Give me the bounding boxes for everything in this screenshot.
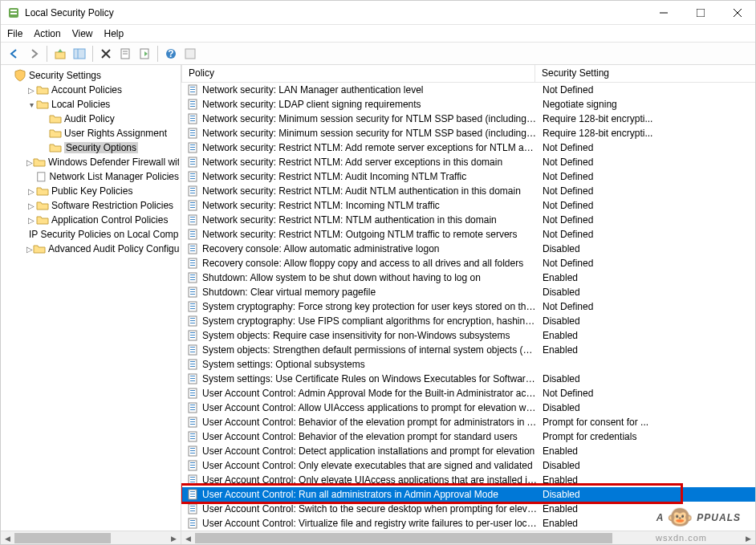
- watermark: A 🐵 PPUALS: [656, 505, 741, 530]
- policy-row[interactable]: Network security: Restrict NTLM: Incomin…: [181, 198, 755, 213]
- properties-button[interactable]: [116, 45, 134, 63]
- policy-icon: [186, 98, 199, 111]
- policy-row[interactable]: User Account Control: Behavior of the el…: [181, 429, 755, 444]
- help-button[interactable]: ?: [162, 45, 180, 63]
- menu-action[interactable]: Action: [34, 28, 60, 39]
- policy-row[interactable]: System objects: Strengthen default permi…: [181, 343, 755, 357]
- menu-help[interactable]: Help: [104, 28, 124, 39]
- tree-security-options[interactable]: Security Options: [2, 140, 179, 155]
- tree-app-control[interactable]: ▷ Application Control Policies: [2, 213, 179, 227]
- scroll-thumb[interactable]: [195, 533, 612, 543]
- policy-row[interactable]: Network security: Minimum session securi…: [181, 112, 755, 126]
- policy-row[interactable]: Network security: Minimum session securi…: [181, 126, 755, 140]
- policy-row[interactable]: Network security: Restrict NTLM: Outgoin…: [181, 227, 755, 242]
- policy-row[interactable]: User Account Control: Run all administra…: [181, 487, 755, 502]
- svg-rect-78: [190, 289, 195, 290]
- policy-row[interactable]: User Account Control: Only elevate UIAcc…: [181, 473, 755, 487]
- tree-public-key[interactable]: ▷ Public Key Policies: [2, 184, 179, 198]
- policy-icon: [186, 416, 199, 429]
- svg-rect-108: [190, 395, 195, 396]
- refresh-button[interactable]: [181, 45, 199, 63]
- policy-name: User Account Control: Admin Approval Mod…: [202, 388, 538, 399]
- minimize-button[interactable]: [652, 5, 675, 21]
- svg-rect-4: [697, 9, 705, 17]
- svg-rect-96: [190, 352, 195, 352]
- tree-root[interactable]: Security Settings: [2, 68, 179, 83]
- scroll-right-icon[interactable]: ▶: [167, 531, 181, 544]
- policy-name: System cryptography: Force strong key pr…: [202, 301, 538, 312]
- policy-name: Network security: LAN Manager authentica…: [202, 84, 538, 96]
- policy-row[interactable]: Network security: Restrict NTLM: Audit N…: [181, 184, 755, 198]
- policy-name: Network security: Restrict NTLM: NTLM au…: [202, 214, 538, 226]
- scroll-left-icon[interactable]: ◀: [181, 531, 195, 544]
- svg-rect-102: [190, 376, 195, 376]
- scroll-right-icon[interactable]: ▶: [742, 531, 755, 544]
- up-button[interactable]: [51, 45, 69, 63]
- tree-software-restriction[interactable]: ▷ Software Restriction Policies: [2, 198, 179, 213]
- policy-icon: [186, 430, 199, 443]
- tree-scroll-h[interactable]: ◀ ▶: [1, 531, 181, 544]
- svg-rect-86: [190, 318, 195, 319]
- svg-rect-138: [190, 506, 195, 506]
- svg-rect-24: [190, 92, 195, 92]
- policy-icon: [186, 387, 199, 400]
- svg-rect-136: [190, 496, 195, 497]
- policy-name: User Account Control: Behavior of the el…: [202, 417, 538, 428]
- tree-account-policies[interactable]: ▷ Account Policies: [2, 83, 179, 97]
- show-hide-tree-button[interactable]: [71, 45, 88, 63]
- policy-row[interactable]: User Account Control: Behavior of the el…: [181, 415, 755, 429]
- tree-audit-policy[interactable]: Audit Policy: [2, 112, 179, 126]
- tree-windows-firewall[interactable]: ▷ Windows Defender Firewall with Advance…: [2, 155, 179, 169]
- close-button[interactable]: [726, 5, 749, 21]
- policy-name: System objects: Strengthen default permi…: [202, 344, 538, 356]
- tree-advanced-audit[interactable]: ▷ Advanced Audit Policy Configuration: [2, 242, 179, 256]
- delete-button[interactable]: [97, 45, 115, 63]
- policy-row[interactable]: Network security: LDAP client signing re…: [181, 97, 755, 112]
- tree-network-list[interactable]: Network List Manager Policies: [2, 169, 179, 184]
- policy-setting: Disabled: [538, 287, 755, 298]
- export-button[interactable]: [136, 45, 153, 63]
- policy-row[interactable]: Network security: Restrict NTLM: Audit I…: [181, 169, 755, 184]
- policy-name: System settings: Optional subsystems: [202, 359, 538, 370]
- policy-icon: [186, 170, 199, 183]
- policy-name: System cryptography: Use FIPS compliant …: [202, 315, 538, 327]
- list-body: Network security: LAN Manager authentica…: [181, 83, 755, 531]
- policy-row[interactable]: System cryptography: Use FIPS compliant …: [181, 314, 755, 328]
- scroll-left-icon[interactable]: ◀: [1, 531, 14, 544]
- policy-icon: [186, 141, 199, 154]
- policy-row[interactable]: User Account Control: Only elevate execu…: [181, 458, 755, 473]
- policy-row[interactable]: System settings: Optional subsystems: [181, 357, 755, 372]
- forward-button[interactable]: [25, 45, 43, 63]
- svg-rect-22: [190, 87, 195, 87]
- policy-icon: [186, 488, 199, 501]
- policy-row[interactable]: Recovery console: Allow floppy copy and …: [181, 256, 755, 270]
- policy-row[interactable]: Network security: Restrict NTLM: Add rem…: [181, 140, 755, 155]
- policy-row[interactable]: Network security: LAN Manager authentica…: [181, 83, 755, 97]
- policy-row[interactable]: Network security: Restrict NTLM: NTLM au…: [181, 213, 755, 227]
- tree-ip-security[interactable]: IP Security Policies on Local Computer: [2, 227, 179, 242]
- column-policy[interactable]: Policy: [181, 65, 534, 82]
- folder-icon: [33, 242, 46, 255]
- maximize-button[interactable]: [689, 5, 712, 21]
- tree-user-rights[interactable]: User Rights Assignment: [2, 126, 179, 140]
- tree-local-policies[interactable]: ▾ Local Policies: [2, 97, 179, 112]
- policy-row[interactable]: System cryptography: Force strong key pr…: [181, 299, 755, 314]
- menu-file[interactable]: File: [7, 28, 22, 39]
- menu-view[interactable]: View: [72, 28, 93, 39]
- policy-icon: [186, 156, 199, 169]
- svg-rect-90: [190, 332, 195, 333]
- folder-icon: [36, 214, 49, 226]
- policy-row[interactable]: System objects: Require case insensitivi…: [181, 328, 755, 343]
- policy-row[interactable]: User Account Control: Allow UIAccess app…: [181, 401, 755, 415]
- policy-row[interactable]: Shutdown: Allow system to be shut down w…: [181, 270, 755, 285]
- policy-row[interactable]: System settings: Use Certificate Rules o…: [181, 372, 755, 386]
- policy-row[interactable]: Shutdown: Clear virtual memory pagefileD…: [181, 285, 755, 299]
- scroll-thumb[interactable]: [14, 533, 111, 543]
- policy-row[interactable]: Network security: Restrict NTLM: Add ser…: [181, 155, 755, 169]
- column-setting[interactable]: Security Setting: [534, 65, 755, 82]
- back-button[interactable]: [6, 45, 23, 63]
- policy-row[interactable]: User Account Control: Admin Approval Mod…: [181, 386, 755, 401]
- policy-row[interactable]: User Account Control: Detect application…: [181, 444, 755, 458]
- policy-setting: Disabled: [538, 460, 755, 471]
- policy-row[interactable]: Recovery console: Allow automatic admini…: [181, 242, 755, 256]
